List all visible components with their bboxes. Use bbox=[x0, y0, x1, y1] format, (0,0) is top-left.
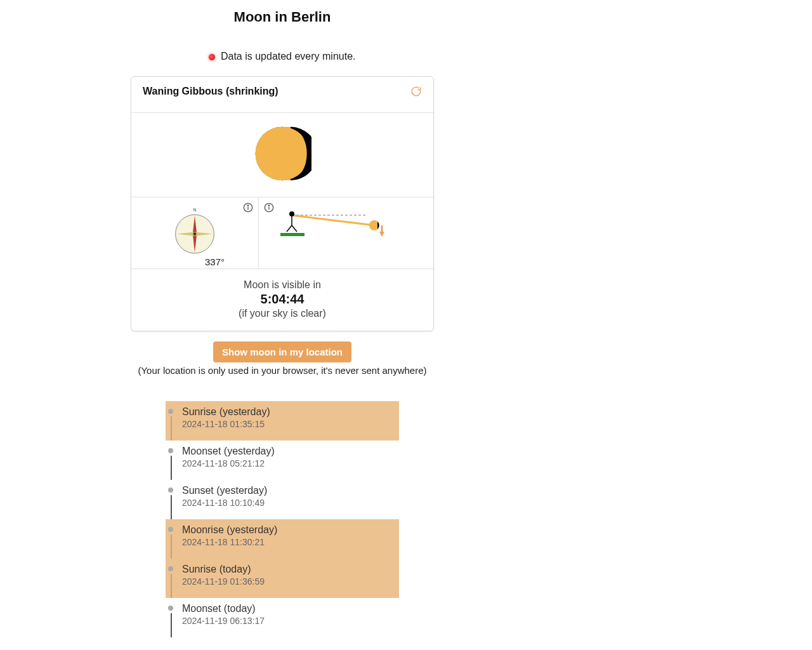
timeline-dot-icon bbox=[168, 448, 173, 453]
timeline-event-time: 2024-11-19 06:13:17 bbox=[182, 616, 399, 626]
timeline-event: Sunset (yesterday)2024-11-18 10:10:49 bbox=[166, 480, 399, 519]
live-indicator-dot bbox=[209, 54, 215, 60]
card-header: Waning Gibbous (shrinking) bbox=[131, 77, 433, 113]
svg-line-25 bbox=[292, 225, 297, 232]
timeline-event-time: 2024-11-18 05:21:12 bbox=[182, 458, 399, 468]
update-status-row: Data is updated every minute. bbox=[0, 51, 565, 62]
main-scroll-container[interactable]: Moon in Berlin Data is updated every min… bbox=[0, 0, 565, 650]
events-timeline: Sunrise (yesterday)2024-11-18 01:35:15Mo… bbox=[166, 401, 399, 650]
timeline-dot-icon bbox=[168, 527, 173, 532]
timeline-event-title: Sunrise (yesterday) bbox=[182, 406, 399, 418]
timeline-connector bbox=[171, 456, 172, 480]
azimuth-value: 337° bbox=[205, 256, 225, 267]
timeline-event-title: Moonset (yesterday) bbox=[182, 446, 399, 457]
svg-point-5 bbox=[256, 127, 310, 181]
timeline-event: Moonrise (yesterday)2024-11-18 11:30:21 bbox=[166, 519, 399, 559]
timeline-connector bbox=[171, 495, 172, 519]
metrics-row: N 337° bbox=[131, 197, 433, 269]
refresh-icon[interactable] bbox=[410, 86, 422, 100]
countdown-label: Moon is visible in bbox=[131, 279, 433, 291]
altitude-cell bbox=[258, 197, 433, 269]
svg-rect-26 bbox=[280, 233, 304, 236]
countdown-note: (if your sky is clear) bbox=[131, 308, 433, 319]
moon-phase-name: Waning Gibbous (shrinking) bbox=[143, 86, 278, 97]
timeline-event-time: 2024-11-18 01:35:15 bbox=[182, 419, 399, 429]
update-status-text: Data is updated every minute. bbox=[221, 51, 356, 62]
azimuth-cell: N 337° bbox=[131, 197, 258, 269]
countdown-block: Moon is visible in 5:04:44 (if your sky … bbox=[131, 269, 433, 331]
timeline-connector bbox=[171, 416, 172, 441]
timeline-connector bbox=[171, 613, 172, 637]
svg-text:N: N bbox=[193, 208, 197, 212]
svg-line-24 bbox=[287, 225, 292, 232]
timeline-event-title: Moonset (today) bbox=[182, 603, 399, 614]
timeline-connector bbox=[171, 534, 172, 559]
timeline-event-title: Sunset (yesterday) bbox=[182, 485, 399, 496]
location-block: Show moon in my location (Your location … bbox=[0, 342, 565, 376]
svg-marker-21 bbox=[379, 232, 384, 237]
timeline-connector bbox=[171, 574, 172, 598]
timeline-dot-icon bbox=[168, 606, 173, 611]
timeline-event-title: Sunrise (today) bbox=[182, 564, 399, 575]
timeline-dot-icon bbox=[168, 409, 173, 414]
svg-line-18 bbox=[292, 215, 374, 225]
timeline-dot-icon bbox=[168, 488, 173, 493]
timeline-event: Sunrise (today)2024-11-19 01:36:59 bbox=[166, 559, 399, 598]
countdown-time: 5:04:44 bbox=[131, 292, 433, 307]
svg-point-13 bbox=[193, 232, 197, 235]
location-privacy-note: (Your location is only used in your brow… bbox=[0, 365, 565, 376]
timeline-event: Moonset (today)2024-11-19 06:13:17 bbox=[166, 598, 399, 637]
timeline-event-time: 2024-11-19 01:36:59 bbox=[182, 576, 399, 587]
svg-point-22 bbox=[289, 211, 294, 216]
timeline-event-time: 2024-11-18 11:30:21 bbox=[182, 537, 399, 547]
page-title: Moon in Berlin bbox=[0, 9, 565, 25]
moon-card: Waning Gibbous (shrinking) bbox=[131, 76, 434, 331]
timeline-event-title: Moonrise (yesterday) bbox=[182, 524, 399, 536]
compass-illustration: N bbox=[136, 202, 253, 263]
show-location-button[interactable]: Show moon in my location bbox=[213, 342, 351, 362]
timeline-event: Moonset (yesterday)2024-11-18 05:21:12 bbox=[166, 441, 399, 480]
altitude-illustration bbox=[264, 202, 428, 263]
timeline-dot-icon bbox=[168, 566, 173, 571]
timeline-event: Sunrise (yesterday)2024-11-18 01:35:15 bbox=[166, 401, 399, 441]
moon-phase-illustration bbox=[131, 113, 433, 197]
timeline-event-time: 2024-11-18 10:10:49 bbox=[182, 498, 399, 508]
